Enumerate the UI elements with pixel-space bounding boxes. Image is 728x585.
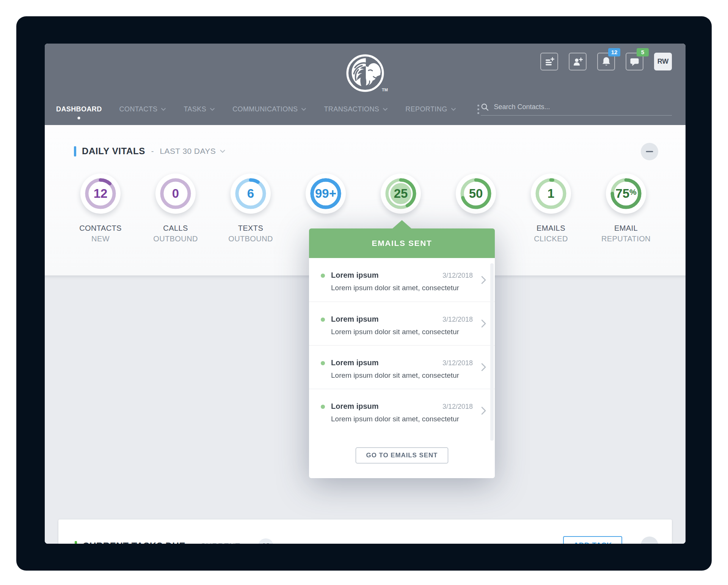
popover-list-item[interactable]: Lorem ipsum 3/12/2018 Lorem ipsum dolor … [309,345,495,389]
date-range-label: LAST 30 DAYS [160,147,216,156]
stat-label-line2: NEW [91,235,110,243]
stat-circle: 75% [606,174,646,214]
stat-label-line2: OUTBOUND [153,235,198,243]
main-nav: DASHBOARD CONTACTS TASKS COMMUNICATIONS … [56,100,672,118]
daily-vital-stat[interactable]: 0 CALLS OUTBOUND [138,174,213,243]
task-status-filter[interactable]: CURRENT [200,541,250,544]
nav-item-dashboard[interactable]: DASHBOARD [56,105,102,113]
nav-item-label: REPORTING [405,105,447,113]
stat-label-line2: OUTBOUND [228,235,273,243]
popover-list-item[interactable]: Lorem ipsum 3/12/2018 Lorem ipsum dolor … [309,389,495,432]
date-range-filter[interactable]: LAST 30 DAYS [160,147,226,156]
stat-circle: 99+ [306,174,346,214]
popover-list-item[interactable]: Lorem ipsum 3/12/2018 Lorem ipsum dolor … [309,302,495,345]
nav-item-reporting[interactable]: REPORTING [405,105,456,113]
popover-list: Lorem ipsum 3/12/2018 Lorem ipsum dolor … [309,258,495,432]
search-icon [481,103,489,111]
status-dot-icon [321,318,325,322]
chevron-right-icon [481,319,486,328]
popover-title: EMAILS SENT [309,228,495,258]
add-list-button[interactable] [540,53,558,70]
stat-circle: 12 [80,174,121,214]
popover-list-item[interactable]: Lorem ipsum 3/12/2018 Lorem ipsum dolor … [309,258,495,302]
chevron-down-icon [383,108,388,111]
chevron-down-icon [210,108,215,111]
stat-circle: 0 [155,174,196,214]
app-header: TM [45,44,686,125]
stat-value: 75% [606,174,646,214]
app-window: TM [45,44,686,544]
stat-label-line1: EMAILS [537,224,565,233]
messages-badge: 5 [637,48,649,56]
trademark-label: TM [382,88,388,92]
collapse-daily-vitals-button[interactable] [641,143,658,160]
stat-label-line2: CLICKED [534,235,568,243]
search-field [481,103,672,116]
header-toolbar: 12 5 RW [540,53,672,70]
section-separator: - [151,147,154,156]
stat-circle: 50 [456,174,496,214]
add-contact-icon [573,57,583,67]
stat-label-line1: TEXTS [238,224,263,233]
popover-item-date: 3/12/2018 [442,316,473,324]
current-tasks-header: CURRENT TASKS DUE - CURRENT 12 ADD TASK [58,519,672,544]
daily-vitals-header: DAILY VITALS - LAST 30 DAYS [74,146,226,156]
nav-item-label: TRANSACTIONS [324,105,379,113]
popover-item-description: Lorem ipsum dolor sit amet, consectetur [331,328,472,336]
popover-item-title: Lorem ipsum [331,402,379,410]
go-to-emails-sent-button[interactable]: GO TO EMAILS SENT [356,447,449,463]
add-contact-button[interactable] [569,53,587,70]
nav-item-label: TASKS [184,105,206,113]
nav-item-label: DASHBOARD [56,105,102,113]
nav-item-label: CONTACTS [119,105,158,113]
daily-vital-stat[interactable]: 1 EMAILS CLICKED [513,174,588,243]
nav-item-contacts[interactable]: CONTACTS [119,105,166,113]
daily-vital-stat[interactable]: 75% EMAIL REPUTATION [588,174,664,243]
chevron-right-icon [481,407,486,415]
stat-circle: 6 [231,174,271,214]
popover-item-description: Lorem ipsum dolor sit amet, consectetur [331,284,472,292]
daily-vital-stat[interactable]: 6 TEXTS OUTBOUND [213,174,288,243]
stat-value: 1 [531,174,571,214]
status-dot-icon [321,274,325,278]
popover-item-title: Lorem ipsum [331,315,379,323]
stat-label-line1: CONTACTS [79,224,122,233]
add-task-button[interactable]: ADD TASK [563,536,622,544]
stat-label-line2: REPUTATION [601,235,651,243]
chevron-down-icon [220,149,226,153]
stat-value: 12 [80,174,121,214]
more-nav-menu-button[interactable] [476,103,481,116]
daily-vital-stat[interactable]: 12 CONTACTS NEW [63,174,138,243]
bell-icon [601,56,611,67]
stat-value: 25 [381,174,421,214]
search-input[interactable] [489,103,672,111]
status-dot-icon [321,405,325,409]
nav-item-transactions[interactable]: TRANSACTIONS [324,105,388,113]
status-dot-icon [321,361,325,365]
emails-sent-popover: EMAILS SENT Lorem ipsum 3/12/2018 Lorem … [309,228,495,478]
stat-label-line1: EMAIL [614,224,638,233]
stat-circle: 25 [381,174,421,214]
notifications-button[interactable]: 12 [597,53,615,70]
stat-value: 99+ [306,174,346,214]
chevron-right-icon [481,363,486,371]
section-accent-bar [74,146,76,156]
collapse-tasks-button[interactable] [641,537,658,544]
chevron-down-icon [161,108,166,111]
current-tasks-title: CURRENT TASKS DUE [83,541,185,544]
stat-value: 0 [155,174,196,214]
nav-item-communications[interactable]: COMMUNICATIONS [232,105,306,113]
daily-vitals-title: DAILY VITALS [82,146,145,156]
popover-item-date: 3/12/2018 [442,359,473,367]
user-avatar[interactable]: RW [654,53,672,70]
current-tasks-card: CURRENT TASKS DUE - CURRENT 12 ADD TASK … [58,519,672,544]
popover-item-description: Lorem ipsum dolor sit amet, consectetur [331,371,472,380]
section-accent-bar [75,541,77,544]
chevron-right-icon [481,276,486,284]
popover-scrollbar[interactable] [490,263,494,441]
popover-item-description: Lorem ipsum dolor sit amet, consectetur [331,415,472,423]
nav-item-tasks[interactable]: TASKS [184,105,215,113]
section-separator: - [191,542,194,544]
messages-button[interactable]: 5 [626,53,643,70]
stat-circle: 1 [531,174,571,214]
